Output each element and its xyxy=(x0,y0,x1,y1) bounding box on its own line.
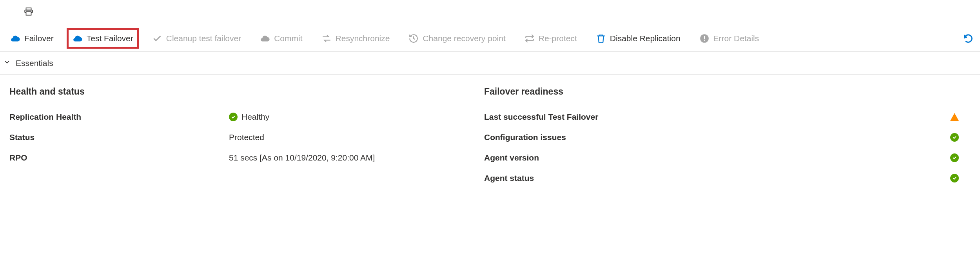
reprotect-label: Re-protect xyxy=(539,34,577,43)
svg-rect-3 xyxy=(704,36,704,40)
ok-status-icon xyxy=(950,174,959,182)
change-recovery-point-button: Change recovery point xyxy=(405,30,509,47)
replication-health-value: Healthy xyxy=(229,112,269,122)
agent-version-label: Agent version xyxy=(484,153,539,162)
content-area: Health and status Replication Health Hea… xyxy=(0,75,980,202)
failover-label: Failover xyxy=(24,34,54,43)
resynchronize-label: Resynchronize xyxy=(336,34,390,43)
ok-status-icon xyxy=(950,133,959,142)
chevron-down-icon xyxy=(3,58,11,68)
health-status-title: Health and status xyxy=(9,86,484,97)
replication-health-text: Healthy xyxy=(241,112,269,122)
refresh-icon[interactable] xyxy=(963,33,974,44)
replication-health-label: Replication Health xyxy=(9,112,229,122)
resynchronize-button: Resynchronize xyxy=(318,30,394,47)
action-toolbar: Failover Test Failover Cleanup test fail… xyxy=(0,26,980,52)
failover-readiness-title: Failover readiness xyxy=(484,86,959,97)
top-bar xyxy=(0,0,980,26)
checkmark-icon xyxy=(152,33,162,44)
essentials-toggle[interactable]: Essentials xyxy=(0,52,980,75)
print-icon[interactable] xyxy=(24,7,34,19)
last-test-failover-label: Last successful Test Failover xyxy=(484,112,598,122)
agent-version-row: Agent version xyxy=(484,152,959,164)
healthy-status-icon xyxy=(229,113,238,121)
history-icon xyxy=(408,33,419,44)
cleanup-label: Cleanup test failover xyxy=(166,34,241,43)
change-recovery-point-label: Change recovery point xyxy=(423,34,505,43)
commit-label: Commit xyxy=(274,34,302,43)
reprotect-icon xyxy=(524,33,535,44)
svg-rect-4 xyxy=(704,40,704,41)
replication-health-row: Replication Health Healthy xyxy=(9,111,484,123)
trash-icon xyxy=(596,33,606,44)
commit-button: Commit xyxy=(256,30,306,47)
last-test-failover-row: Last successful Test Failover xyxy=(484,111,959,123)
essentials-label: Essentials xyxy=(16,58,53,68)
commit-icon xyxy=(260,33,270,44)
rpo-label: RPO xyxy=(9,153,229,162)
disable-replication-button[interactable]: Disable Replication xyxy=(592,30,684,47)
test-failover-label: Test Failover xyxy=(87,34,133,43)
svg-rect-1 xyxy=(26,12,31,15)
failover-readiness-panel: Failover readiness Last successful Test … xyxy=(484,86,971,193)
configuration-issues-label: Configuration issues xyxy=(484,133,566,142)
status-label: Status xyxy=(9,133,229,142)
rpo-value: 51 secs [As on 10/19/2020, 9:20:00 AM] xyxy=(229,153,375,162)
warning-status-icon xyxy=(950,113,959,121)
health-status-panel: Health and status Replication Health Hea… xyxy=(9,86,484,193)
test-failover-icon xyxy=(73,33,83,44)
status-value: Protected xyxy=(229,133,264,142)
error-details-button: Error Details xyxy=(695,30,763,47)
failover-button[interactable]: Failover xyxy=(6,30,58,47)
agent-status-row: Agent status xyxy=(484,172,959,184)
configuration-issues-row: Configuration issues xyxy=(484,131,959,143)
reprotect-button: Re-protect xyxy=(521,30,581,47)
disable-replication-label: Disable Replication xyxy=(610,34,681,43)
status-row: Status Protected xyxy=(9,131,484,143)
error-details-label: Error Details xyxy=(713,34,759,43)
failover-icon xyxy=(10,33,20,44)
ok-status-icon xyxy=(950,153,959,162)
agent-status-label: Agent status xyxy=(484,173,534,183)
rpo-row: RPO 51 secs [As on 10/19/2020, 9:20:00 A… xyxy=(9,152,484,164)
resync-icon xyxy=(321,33,332,44)
cleanup-button: Cleanup test failover xyxy=(148,30,245,47)
test-failover-button[interactable]: Test Failover xyxy=(69,30,137,47)
error-icon xyxy=(699,33,710,44)
